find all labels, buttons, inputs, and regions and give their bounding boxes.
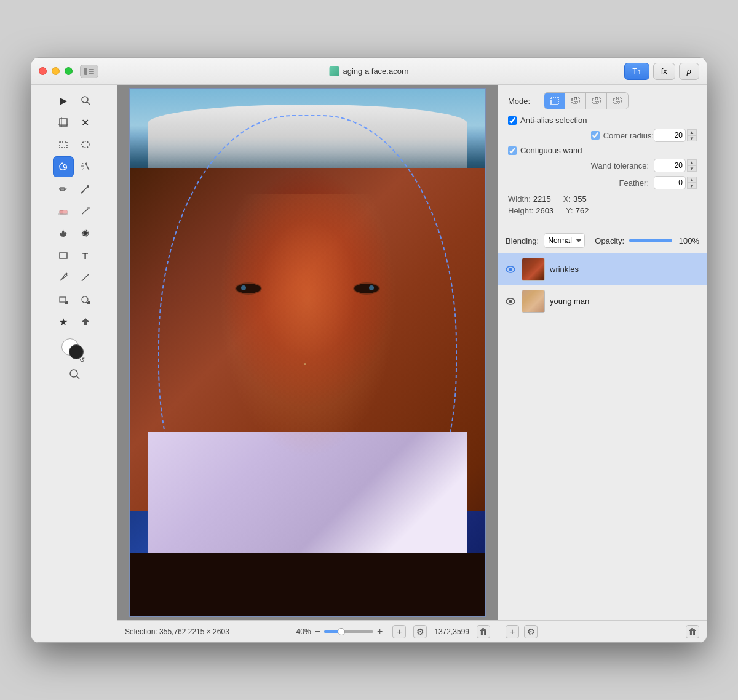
layer-wrinkles[interactable]: wrinkles <box>498 253 707 285</box>
add-layer-button[interactable]: + <box>392 625 406 638</box>
reset-colors-button[interactable]: ↺ <box>79 356 85 364</box>
zoom-tool[interactable] <box>75 90 96 111</box>
transform-tool[interactable]: ✕ <box>75 112 96 133</box>
text-tool[interactable]: T <box>75 245 96 266</box>
canvas-viewport[interactable] <box>129 88 486 617</box>
rect-marquee-tool[interactable] <box>53 134 74 155</box>
blending-row: Blending: Normal Opacity: 100% <box>498 228 707 253</box>
lasso-tool[interactable] <box>53 156 74 177</box>
star-tool[interactable]: ★ <box>53 311 74 332</box>
close-button[interactable] <box>39 67 47 75</box>
svg-rect-3 <box>89 73 94 74</box>
svg-rect-20 <box>63 210 67 214</box>
corner-radius-up[interactable]: ▲ <box>687 129 697 135</box>
contiguous-wand-checkbox[interactable] <box>508 146 517 155</box>
color-swatches: ↺ <box>59 338 90 364</box>
opacity-label: Opacity: <box>595 236 624 245</box>
zoom-slider-fill <box>324 630 339 633</box>
wand-tolerance-stepper[interactable]: ▲ ▼ <box>687 159 697 172</box>
maximize-button[interactable] <box>65 67 73 75</box>
mode-new-selection[interactable] <box>544 93 565 109</box>
layer-name-young-man: young man <box>550 296 589 306</box>
corner-radius-checkbox[interactable] <box>591 131 600 140</box>
tool-row-1: ▶ <box>53 90 96 111</box>
crop-tool[interactable] <box>53 112 74 133</box>
svg-point-44 <box>509 268 512 271</box>
delete-layer-button[interactable]: 🗑 <box>686 625 699 638</box>
face-center-highlight <box>219 194 397 458</box>
pen-tool[interactable] <box>53 267 74 288</box>
zoom-in-button[interactable]: + <box>377 626 383 637</box>
zoom-slider-handle[interactable] <box>338 628 345 635</box>
anti-alias-checkbox[interactable] <box>508 116 517 125</box>
coordinates-display: 1372,3599 <box>434 627 469 636</box>
minimize-button[interactable] <box>52 67 60 75</box>
toolbar-right: T↑ fx p <box>624 63 699 80</box>
smudge-tool[interactable] <box>75 201 96 221</box>
image-area[interactable] <box>117 85 498 620</box>
corner-radius-label: Corner radius: <box>603 131 654 140</box>
y-value: 762 <box>576 206 589 215</box>
window-title: aging a face.acorn <box>343 66 409 76</box>
layer-settings-button[interactable]: ⚙ <box>524 625 538 638</box>
paint-brush-tool[interactable]: ✏ <box>53 178 74 199</box>
tools-panel-button[interactable]: T↑ <box>624 63 649 80</box>
mode-add-selection[interactable] <box>565 93 586 109</box>
feather-stepper[interactable]: ▲ ▼ <box>687 177 697 189</box>
file-icon <box>330 66 339 76</box>
selection-info: Selection: 355,762 2215 × 2603 <box>125 627 287 636</box>
eraser-tool[interactable] <box>53 201 74 221</box>
layer-eye-young-man[interactable] <box>504 295 517 308</box>
layer-thumbnail-young-man <box>522 290 545 313</box>
layer-thumbnail-wrinkles <box>522 258 545 281</box>
tool-row-6 <box>53 201 96 221</box>
app-window: aging a face.acorn T↑ fx p ▶ <box>31 57 707 643</box>
hat-top <box>148 105 467 168</box>
rect-shape-tool[interactable] <box>53 245 74 266</box>
zoom-out-button[interactable]: − <box>315 626 320 637</box>
height-label: Height: <box>508 206 533 215</box>
layer-eye-wrinkles[interactable] <box>504 263 517 276</box>
ellipse-select-tool[interactable] <box>75 289 96 310</box>
line-tool[interactable] <box>75 267 96 288</box>
dodge-tool[interactable]: ✺ <box>75 223 96 244</box>
delete-layer-status-button[interactable]: 🗑 <box>477 625 490 638</box>
feather-value: 0 <box>654 176 686 189</box>
dimensions-row-2: Height: 2603 Y: 762 <box>508 206 697 215</box>
dimensions-row: Width: 2215 X: 355 <box>508 194 697 204</box>
corner-radius-stepper[interactable]: ▲ ▼ <box>687 129 697 141</box>
opacity-slider[interactable] <box>629 239 672 242</box>
arrow-tool[interactable]: ▶ <box>53 90 74 111</box>
corner-radius-down[interactable]: ▼ <box>687 135 697 141</box>
blending-select[interactable]: Normal <box>544 233 585 248</box>
tool-row-7: ✺ <box>53 223 96 244</box>
magic-wand-tool[interactable] <box>75 156 96 177</box>
anti-alias-row: Anti-alias selection <box>508 116 697 125</box>
mode-intersect-selection[interactable] <box>607 93 628 109</box>
svg-rect-2 <box>89 71 94 72</box>
ellipse-marquee-tool[interactable] <box>75 134 96 155</box>
add-layer-footer-button[interactable]: + <box>506 625 519 638</box>
properties-panel-button[interactable]: p <box>679 63 699 80</box>
blending-label: Blending: <box>506 236 539 245</box>
burn-tool[interactable] <box>53 223 74 244</box>
sidebar-toggle-button[interactable] <box>80 65 98 78</box>
clone-brush-tool[interactable] <box>75 178 96 199</box>
rect-select-tool[interactable] <box>53 289 74 310</box>
arrow-shape-tool[interactable] <box>75 311 96 332</box>
layer-young-man[interactable]: young man <box>498 285 707 317</box>
layers-list: wrinkles young man <box>498 253 707 620</box>
fx-panel-button[interactable]: fx <box>653 63 675 80</box>
wand-tolerance-up[interactable]: ▲ <box>687 159 697 165</box>
feather-down[interactable]: ▼ <box>687 183 697 189</box>
wand-tolerance-down[interactable]: ▼ <box>687 165 697 172</box>
zoom-slider[interactable] <box>324 630 373 633</box>
svg-rect-0 <box>84 68 87 75</box>
feather-label: Feather: <box>508 178 654 188</box>
tool-row-3 <box>53 134 96 155</box>
feather-up[interactable]: ▲ <box>687 177 697 183</box>
settings-button[interactable]: ⚙ <box>413 625 427 638</box>
mode-subtract-selection[interactable] <box>586 93 607 109</box>
opacity-value: 100% <box>677 236 699 245</box>
wand-tolerance-label: Wand tolerance: <box>508 161 654 170</box>
